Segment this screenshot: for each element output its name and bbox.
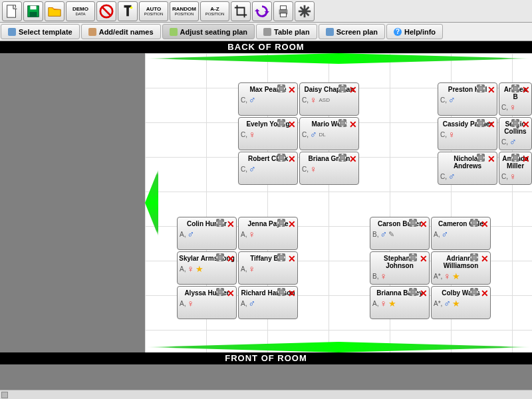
seat-card[interactable]: Briana GreenC,♀✕	[299, 152, 359, 185]
seat-card[interactable]: Nicholas AndrewsC,♂✕	[438, 152, 497, 185]
seat-card[interactable]: Stephanie JohnsonB,♀✕	[370, 251, 430, 285]
move-handle-icon[interactable]	[216, 253, 224, 261]
remove-seat-icon[interactable]: ✕	[288, 154, 296, 164]
move-handle-icon[interactable]	[277, 219, 285, 227]
auto-position-icon[interactable]: AUTOPOSITION	[139, 1, 168, 21]
save-icon[interactable]	[23, 1, 43, 21]
crop-icon[interactable]	[231, 1, 251, 21]
tab-screen-plan[interactable]: Screen plan	[319, 24, 385, 39]
remove-seat-icon[interactable]: ✕	[349, 84, 357, 95]
demo-data-icon[interactable]: DEMODATA	[66, 1, 95, 21]
remove-seat-icon[interactable]: ✕	[349, 119, 357, 130]
seat-card[interactable]: Cameron ColeA,♂✕	[431, 217, 491, 250]
seat-card[interactable]: Max PearceC,♂✕	[238, 82, 298, 116]
tab-table-plan[interactable]: Table plan	[256, 24, 317, 39]
seat-card[interactable]: Sergio CollinsC,♂✕	[499, 117, 532, 150]
seat-card[interactable]: Colin HunterA,♂✕	[177, 217, 237, 250]
move-handle-icon[interactable]	[477, 119, 485, 127]
seat-card[interactable]: Richard HarrisonA,♂✕	[238, 286, 298, 319]
seat-card[interactable]: Cassidy PalmerC,♀✕	[438, 117, 497, 150]
move-handle-icon[interactable]	[216, 219, 224, 227]
seat-card[interactable]: Carson ButlerB,♂✎✕	[370, 217, 430, 250]
remove-seat-icon[interactable]: ✕	[227, 288, 235, 299]
remove-seat-icon[interactable]: ✕	[288, 84, 296, 95]
seat-card[interactable]: Adrianna WilliamsonA*,♀★✕	[431, 251, 491, 285]
move-handle-icon[interactable]	[277, 119, 285, 127]
remove-seat-icon[interactable]: ✕	[349, 154, 357, 164]
move-handle-icon[interactable]	[409, 253, 417, 261]
random-position-icon[interactable]: RANDOMPOSITION	[170, 1, 199, 21]
remove-seat-icon[interactable]: ✕	[522, 119, 530, 130]
screen-icon	[326, 28, 334, 36]
grade-label: A,	[180, 265, 186, 273]
move-handle-icon[interactable]	[470, 219, 478, 227]
print-icon[interactable]	[273, 1, 293, 21]
seat-card[interactable]: Jenna PayneA,♀✕	[238, 217, 298, 250]
plan-viewport[interactable]: Max PearceC,♂✕Daisy ChapmanC,♀ASD✕Presto…	[145, 53, 532, 352]
seat-card[interactable]: Robert ClarkC,♂✕	[238, 152, 298, 185]
remove-seat-icon[interactable]: ✕	[288, 219, 296, 229]
seat-card[interactable]: Tiffany BellA,♀✕	[238, 251, 298, 285]
seat-card[interactable]: Alyssa HunterA,♀✕	[177, 286, 237, 319]
open-folder-icon[interactable]	[45, 1, 65, 21]
move-handle-icon[interactable]	[277, 288, 285, 296]
move-handle-icon[interactable]	[409, 219, 417, 227]
remove-seat-icon[interactable]: ✕	[420, 219, 428, 229]
move-handle-icon[interactable]	[511, 154, 519, 162]
move-handle-icon[interactable]	[477, 84, 485, 92]
seat-meta: A,♀	[239, 229, 297, 239]
az-position-icon[interactable]: A-ZPOSITION	[200, 1, 229, 21]
remove-seat-icon[interactable]: ✕	[487, 154, 495, 164]
svg-rect-12	[280, 5, 286, 9]
move-handle-icon[interactable]	[277, 154, 285, 162]
remove-seat-icon[interactable]: ✕	[420, 253, 428, 264]
seat-card[interactable]: Andrea BC,♀✕	[499, 82, 532, 116]
move-handle-icon[interactable]	[216, 288, 224, 296]
move-handle-icon[interactable]	[338, 119, 346, 127]
remove-seat-icon[interactable]: ✕	[288, 253, 296, 264]
remove-seat-icon[interactable]: ✕	[487, 84, 495, 95]
remove-seat-icon[interactable]: ✕	[288, 288, 296, 299]
remove-seat-icon[interactable]: ✕	[481, 219, 489, 229]
remove-seat-icon[interactable]: ✕	[487, 119, 495, 130]
grade-label: C,	[241, 131, 247, 138]
wizard-icon[interactable]	[118, 1, 138, 21]
rotate-icon[interactable]	[252, 1, 272, 21]
remove-seat-icon[interactable]: ✕	[420, 288, 428, 299]
seat-card[interactable]: Evelyn YoungC,♀✕	[238, 117, 298, 150]
move-handle-icon[interactable]	[511, 119, 519, 127]
seat-card[interactable]: Skylar ArmstrongA,♀★✕	[177, 251, 237, 285]
move-handle-icon[interactable]	[477, 154, 485, 162]
move-handle-icon[interactable]	[470, 253, 478, 261]
seat-card[interactable]: Amanda MillerC,♀✕	[499, 152, 532, 185]
seat-card[interactable]: Preston HallC,♂✕	[438, 82, 497, 116]
remove-seat-icon[interactable]: ✕	[522, 154, 530, 164]
tab-add-edit-names[interactable]: Add/edit names	[81, 24, 161, 39]
move-handle-icon[interactable]	[470, 288, 478, 296]
remove-seat-icon[interactable]: ✕	[481, 288, 489, 299]
remove-seat-icon[interactable]: ✕	[227, 253, 235, 264]
no-entry-icon[interactable]	[96, 1, 116, 21]
move-handle-icon[interactable]	[338, 154, 346, 162]
settings-gear-icon[interactable]	[295, 1, 315, 21]
remove-seat-icon[interactable]: ✕	[288, 119, 296, 130]
female-icon: ♀	[187, 263, 194, 274]
scrollbar-thumb[interactable]	[1, 392, 8, 398]
tab-select-template[interactable]: Select template	[1, 24, 80, 39]
horizontal-scrollbar[interactable]	[0, 390, 532, 399]
move-handle-icon[interactable]	[511, 84, 519, 92]
seat-card[interactable]: Daisy ChapmanC,♀ASD✕	[299, 82, 359, 116]
remove-seat-icon[interactable]: ✕	[522, 84, 530, 95]
tab-help-info[interactable]: ?Help/info	[386, 24, 443, 39]
remove-seat-icon[interactable]: ✕	[481, 253, 489, 264]
new-file-icon[interactable]	[2, 1, 22, 21]
move-handle-icon[interactable]	[338, 84, 346, 92]
seat-card[interactable]: Mario WestC,♂DL✕	[299, 117, 359, 150]
seat-card[interactable]: Colby WattsA*,♂★✕	[431, 286, 491, 319]
move-handle-icon[interactable]	[277, 253, 285, 261]
remove-seat-icon[interactable]: ✕	[227, 219, 235, 229]
tab-adjust-seating-plan[interactable]: Adjust seating plan	[162, 24, 255, 39]
move-handle-icon[interactable]	[409, 288, 417, 296]
seat-card[interactable]: Brianna BaileyA,♀★✕	[370, 286, 430, 319]
move-handle-icon[interactable]	[277, 84, 285, 92]
